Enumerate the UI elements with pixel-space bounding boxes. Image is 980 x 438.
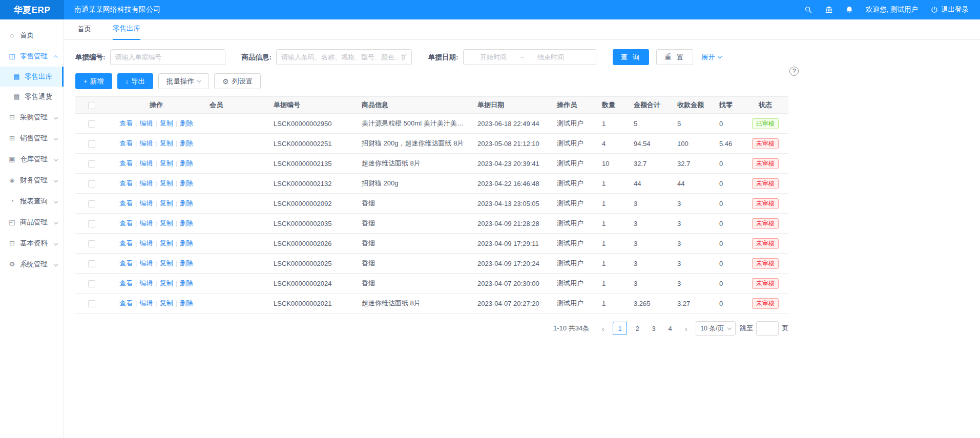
view-link[interactable]: 查看 — [119, 259, 133, 267]
chevron-down-icon — [54, 178, 58, 182]
column-settings-button[interactable]: ⚙ 列设置 — [214, 73, 261, 89]
next-page-button[interactable] — [680, 322, 692, 335]
delete-link[interactable]: 删除 — [180, 219, 193, 227]
view-link[interactable]: 查看 — [119, 199, 133, 207]
copy-link[interactable]: 复制 — [160, 139, 173, 147]
edit-link[interactable]: 编辑 — [139, 199, 153, 207]
search-button[interactable]: 查 询 — [613, 49, 650, 65]
page-number[interactable]: 4 — [664, 322, 676, 335]
row-checkbox[interactable] — [88, 200, 95, 207]
row-checkbox[interactable] — [88, 260, 95, 267]
page-size-select[interactable]: 10 条/页 — [696, 321, 736, 336]
sidebar-menu-item[interactable]: ⊟ 采购管理 — [0, 107, 64, 128]
view-link[interactable]: 查看 — [119, 279, 133, 287]
date-start-input[interactable] — [467, 53, 520, 61]
date-end-input[interactable] — [524, 53, 578, 61]
delete-link[interactable]: 删除 — [180, 119, 193, 127]
bank-icon[interactable] — [825, 6, 833, 14]
product-info-input[interactable] — [276, 49, 412, 65]
bell-icon[interactable] — [845, 6, 853, 14]
sidebar-menu-item[interactable]: ◔ 报表查询 — [0, 191, 64, 212]
doc-no-input[interactable] — [110, 49, 225, 65]
search-icon[interactable] — [804, 6, 812, 14]
chevron-up-icon — [54, 55, 58, 59]
view-link[interactable]: 查看 — [119, 139, 133, 147]
tab-retail-outbound[interactable]: 零售出库 — [113, 24, 140, 40]
table-body: 查看|编辑|复制|删除 LSCK00000002950 美汁源果粒橙 500ml… — [75, 114, 788, 314]
edit-link[interactable]: 编辑 — [139, 119, 153, 127]
expand-link[interactable]: 展开 — [701, 53, 721, 62]
change-cell: 0 — [714, 234, 742, 254]
edit-link[interactable]: 编辑 — [139, 139, 153, 147]
sidebar-subitem[interactable]: ▤ 零售出库 — [0, 67, 64, 87]
view-link[interactable]: 查看 — [119, 239, 133, 247]
welcome-user[interactable]: 欢迎您, 测试用户 — [866, 5, 918, 14]
sidebar-menu-item[interactable]: ◈ 财务管理 — [0, 170, 64, 191]
date-range-picker[interactable]: ~ — [463, 49, 596, 65]
delete-link[interactable]: 删除 — [180, 199, 193, 207]
row-checkbox[interactable] — [88, 180, 95, 187]
product-cell: 香烟 — [357, 234, 472, 254]
view-link[interactable]: 查看 — [119, 219, 133, 227]
delete-link[interactable]: 删除 — [180, 259, 193, 267]
view-link[interactable]: 查看 — [119, 119, 133, 127]
edit-link[interactable]: 编辑 — [139, 179, 153, 187]
page-number[interactable]: 3 — [648, 322, 660, 335]
edit-link[interactable]: 编辑 — [139, 259, 153, 267]
sidebar-menu-item[interactable]: ⊡ 基本资料 — [0, 233, 64, 254]
view-link[interactable]: 查看 — [119, 299, 133, 307]
copy-link[interactable]: 复制 — [160, 179, 173, 187]
row-checkbox[interactable] — [88, 120, 95, 128]
edit-link[interactable]: 编辑 — [139, 279, 153, 287]
edit-link[interactable]: 编辑 — [139, 239, 153, 247]
delete-link[interactable]: 删除 — [180, 279, 193, 287]
prev-page-button[interactable] — [597, 322, 609, 335]
divider: | — [155, 219, 157, 227]
copy-link[interactable]: 复制 — [160, 199, 173, 207]
edit-link[interactable]: 编辑 — [139, 219, 153, 227]
help-icon[interactable]: ? — [789, 67, 799, 76]
copy-link[interactable]: 复制 — [160, 239, 173, 247]
copy-link[interactable]: 复制 — [160, 259, 173, 267]
jump-page-input[interactable] — [756, 321, 779, 336]
row-checkbox[interactable] — [88, 280, 95, 287]
delete-link[interactable]: 删除 — [180, 139, 193, 147]
copy-link[interactable]: 复制 — [160, 159, 173, 167]
delete-link[interactable]: 删除 — [180, 159, 193, 167]
delete-link[interactable]: 删除 — [180, 179, 193, 187]
add-button[interactable]: + 新增 — [75, 73, 112, 89]
copy-link[interactable]: 复制 — [160, 279, 173, 287]
row-checkbox[interactable] — [88, 160, 95, 168]
select-all-checkbox[interactable] — [88, 102, 95, 109]
copy-link[interactable]: 复制 — [160, 299, 173, 307]
product-info-label: 商品信息: — [242, 53, 272, 62]
sidebar-menu-item[interactable]: ▣ 仓库管理 — [0, 149, 64, 170]
sidebar-menu-item[interactable]: ⚙ 系统管理 — [0, 254, 64, 275]
row-checkbox[interactable] — [88, 300, 95, 307]
row-checkbox[interactable] — [88, 140, 95, 148]
batch-actions-button[interactable]: 批量操作 — [158, 73, 209, 89]
sidebar-item-retail[interactable]: ◫ 零售管理 — [0, 46, 64, 67]
sidebar-menu-item[interactable]: ◰ 商品管理 — [0, 212, 64, 233]
export-button[interactable]: ↓ 导出 — [117, 73, 154, 89]
product-cell: 超迷你维达面纸 8片 — [357, 294, 472, 314]
view-link[interactable]: 查看 — [119, 159, 133, 167]
page-number[interactable]: 2 — [631, 322, 643, 335]
tab-home[interactable]: 首页 — [77, 25, 91, 39]
reset-button[interactable]: 重 置 — [656, 49, 693, 65]
row-checkbox[interactable] — [88, 240, 95, 247]
copy-link[interactable]: 复制 — [160, 119, 173, 127]
sidebar-subitem[interactable]: ▤ 零售退货 — [0, 87, 64, 107]
page-number[interactable]: 1 — [613, 322, 627, 335]
sidebar-menu-item[interactable]: ⊞ 销售管理 — [0, 128, 64, 149]
row-checkbox[interactable] — [88, 220, 95, 227]
logout-button[interactable]: 退出登录 — [930, 5, 969, 14]
qty-cell: 10 — [597, 154, 629, 174]
copy-link[interactable]: 复制 — [160, 219, 173, 227]
sidebar-item-home[interactable]: ⌂ 首页 — [0, 25, 64, 46]
delete-link[interactable]: 删除 — [180, 299, 193, 307]
edit-link[interactable]: 编辑 — [139, 299, 153, 307]
view-link[interactable]: 查看 — [119, 179, 133, 187]
edit-link[interactable]: 编辑 — [139, 159, 153, 167]
delete-link[interactable]: 删除 — [180, 239, 193, 247]
